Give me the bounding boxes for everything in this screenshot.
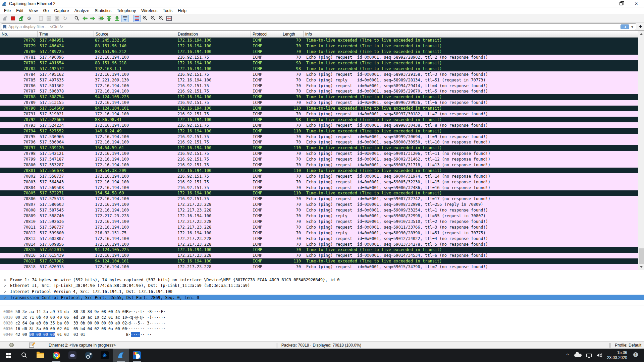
start-button[interactable] — [0, 349, 16, 362]
taskbar-chrome[interactable] — [48, 349, 64, 362]
onedrive-icon[interactable] — [574, 354, 582, 357]
packet-row[interactable]: 70801 517.556678 154.54.38.209 172.16.19… — [0, 168, 638, 173]
packet-row[interactable]: 70797 517.539126 154.54.59.61 172.16.194… — [0, 145, 638, 151]
packet-row[interactable]: 70795 517.530966 172.16.194.100 216.92.1… — [0, 134, 638, 139]
scroll-up-icon[interactable] — [638, 31, 644, 37]
stop-capture-icon[interactable] — [9, 15, 17, 22]
taskbar-file-explorer[interactable] — [32, 349, 48, 362]
expand-arrow-icon[interactable]: > — [0, 290, 10, 294]
save-file-icon[interactable]: 010 — [45, 15, 53, 22]
go-top-icon[interactable] — [105, 15, 113, 22]
zoom-out-icon[interactable] — [149, 15, 157, 22]
filter-dropdown-icon[interactable]: ▼ — [631, 25, 634, 29]
menu-item[interactable]: Telephony — [114, 8, 139, 14]
menu-item[interactable]: Statistics — [92, 8, 114, 14]
packet-row[interactable]: 70796 517.536064 172.16.194.100 216.92.1… — [0, 139, 638, 145]
menu-item[interactable]: View — [26, 8, 41, 14]
hex-row[interactable]: 0030 16 d0 8f 8a 00 00 02 04 05 b4 04 02… — [0, 326, 644, 332]
column-header-no[interactable]: No. — [0, 31, 38, 37]
packet-row[interactable]: 70806 517.575513 172.16.194.100 216.92.1… — [0, 196, 638, 202]
menu-item[interactable]: File — [1, 8, 13, 14]
tray-chevron-icon[interactable]: ⌃ — [566, 353, 570, 358]
packet-row[interactable]: 70812 517.599600 216.92.151.75 172.16.19… — [0, 230, 638, 236]
taskbar-steam[interactable] — [80, 349, 97, 362]
open-file-icon[interactable] — [37, 15, 45, 22]
packet-row[interactable]: 70810 517.592636 172.16.194.100 172.217.… — [0, 219, 638, 225]
reload-file-icon[interactable]: ↻ — [61, 15, 69, 22]
packet-row[interactable]: 70782 517.491654 88.151.96.218 172.16.19… — [0, 60, 638, 66]
find-packet-icon[interactable] — [73, 15, 80, 22]
close-file-icon[interactable] — [53, 15, 61, 22]
start-capture-icon[interactable] — [1, 15, 9, 22]
menu-item[interactable]: Capture — [51, 8, 71, 14]
packet-row[interactable]: 70807 517.580603 172.16.194.100 172.217.… — [0, 202, 638, 207]
go-back-icon[interactable] — [81, 15, 89, 22]
packet-row[interactable]: 70800 517.553287 172.16.194.100 216.92.1… — [0, 162, 638, 168]
go-forward-icon[interactable] — [89, 15, 97, 22]
packet-row[interactable]: 70813 517.603807 172.16.194.100 172.217.… — [0, 236, 638, 241]
display-filter-input[interactable] — [8, 24, 621, 29]
detail-row[interactable]: > Ethernet II, Src: Tp-LinkT_38:84:9e (7… — [0, 283, 644, 289]
column-header-protocol[interactable]: Protocol — [251, 31, 281, 37]
packet-row[interactable]: 70778 517.484951 87.245.232.95 172.16.19… — [0, 38, 638, 43]
go-bottom-icon[interactable] — [113, 15, 121, 22]
hex-row[interactable]: 0000 50 3e aa 11 3a a9 74 da 88 38 84 9e… — [0, 309, 644, 315]
menu-item[interactable]: Go — [41, 8, 52, 14]
packet-row[interactable]: 70811 517.598737 172.16.194.100 172.217.… — [0, 224, 638, 230]
detail-row[interactable]: > Internet Protocol Version 4, Src: 172.… — [0, 289, 644, 295]
scroll-down-icon[interactable] — [638, 264, 644, 270]
taskbar-media-app[interactable] — [129, 349, 145, 362]
column-header-destination[interactable]: Destination — [176, 31, 251, 37]
detail-row[interactable]: > Transmission Control Protocol, Src Por… — [0, 295, 644, 301]
hex-row[interactable]: 0040 42 00 00 00 00 00 01 03 03 01 B····… — [0, 332, 644, 338]
detail-row[interactable]: > Frame 1: 74 bytes on wire (592 bits), … — [0, 277, 644, 283]
expand-arrow-icon[interactable]: > — [0, 296, 10, 300]
packet-row[interactable]: 70805 517.572271 154.54.58.69 172.16.194… — [0, 190, 638, 196]
auto-scroll-icon[interactable] — [121, 15, 129, 22]
menu-item[interactable]: Help — [175, 8, 189, 14]
volume-icon[interactable] — [596, 353, 602, 358]
packet-row[interactable]: 70784 517.495162 172.16.194.100 216.92.1… — [0, 71, 638, 77]
hex-row[interactable]: 0020 c2 64 8a e3 0b 35 ba 00 33 0b 00 00… — [0, 321, 644, 326]
packet-row[interactable]: 70783 517.492572 192.168.1.1 172.16.194.… — [0, 66, 638, 71]
taskbar-clock[interactable]: 15:36 23.03.2020 — [607, 350, 627, 360]
colorize-icon[interactable] — [133, 15, 141, 22]
column-header-source[interactable]: Source — [94, 31, 176, 37]
packet-row[interactable]: 70816 517.615439 172.16.194.100 172.217.… — [0, 253, 638, 258]
packet-row[interactable]: 70790 517.514609 94.124.104.101 172.16.1… — [0, 106, 638, 111]
packet-row[interactable]: 70791 517.519021 172.16.194.100 216.92.1… — [0, 111, 638, 117]
scrollbar-thumb[interactable] — [639, 248, 644, 264]
hex-row[interactable]: 0010 00 3c 71 0b 40 00 40 06 ed 29 ac 10… — [0, 315, 644, 321]
packet-row[interactable]: 70781 517.490096 172.16.194.100 216.92.1… — [0, 55, 638, 60]
filter-apply-icon[interactable]: ➜ — [621, 24, 629, 29]
packet-list-scrollbar[interactable] — [638, 31, 644, 270]
packet-row[interactable]: 70798 517.542121 172.16.194.100 216.92.1… — [0, 151, 638, 157]
menu-item[interactable]: Wireless — [139, 8, 160, 14]
packet-row[interactable]: 70803 517.564343 172.16.194.100 216.92.1… — [0, 179, 638, 185]
packet-row[interactable]: 70804 517.569508 172.16.194.100 216.92.1… — [0, 185, 638, 190]
packet-row[interactable]: 70789 517.513155 172.16.194.100 216.92.1… — [0, 100, 638, 106]
profile-text[interactable]: Profile: Default — [615, 343, 641, 348]
packet-row[interactable]: 70780 517.489725 88.151.96.212 172.16.19… — [0, 49, 638, 55]
expand-arrow-icon[interactable]: > — [0, 284, 10, 288]
packet-row[interactable]: 70779 517.486424 88.151.96.140 172.16.19… — [0, 43, 638, 49]
capture-options-icon[interactable]: ⚙ — [25, 15, 33, 22]
menu-item[interactable]: Tools — [160, 8, 175, 14]
resize-columns-icon[interactable] — [165, 15, 173, 22]
minimize-button[interactable]: — — [598, 0, 613, 7]
column-header-length[interactable]: Length — [281, 31, 304, 37]
packet-row[interactable]: 70818 517.620915 172.16.194.100 172.217.… — [0, 264, 638, 270]
taskbar-discord[interactable] — [64, 349, 80, 362]
taskbar-atom-app[interactable]: ✳ — [97, 349, 113, 362]
packet-row[interactable]: 70799 517.547187 172.16.194.100 216.92.1… — [0, 157, 638, 162]
packet-row[interactable]: 70792 517.522669 88.86.98.41 172.16.194.… — [0, 117, 638, 122]
go-to-packet-icon[interactable] — [97, 15, 105, 22]
filter-add-button[interactable]: + — [639, 23, 642, 29]
packet-row[interactable]: 70788 517.508754 94.124.105.225 172.16.1… — [0, 94, 638, 100]
packet-row[interactable]: 70814 517.609856 172.16.194.100 172.217.… — [0, 241, 638, 247]
close-button[interactable]: ✕ — [629, 0, 644, 7]
packet-row[interactable]: 70815 517.613015 94.124.105.225 172.16.1… — [0, 247, 638, 253]
expand-arrow-icon[interactable]: > — [0, 278, 10, 282]
zoom-in-icon[interactable] — [141, 15, 149, 22]
taskbar-wireshark[interactable] — [113, 349, 129, 362]
